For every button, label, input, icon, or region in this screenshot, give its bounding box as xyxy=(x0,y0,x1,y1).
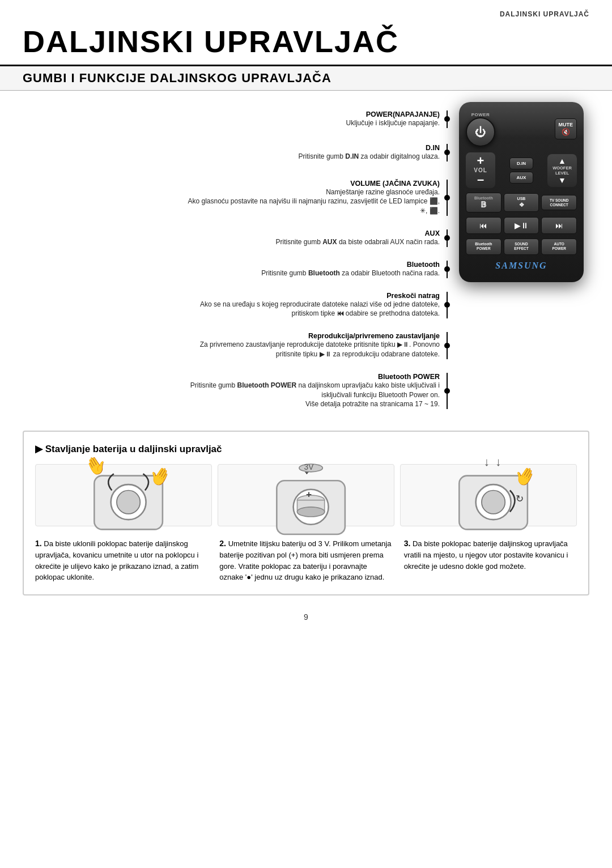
remote-row-1: POWER ⏻ MUTE 🔇 xyxy=(466,111,577,147)
labels-column: POWER(NAPAJANJE) Uključuje i isključuje … xyxy=(17,102,448,419)
mute-icon: 🔇 xyxy=(559,128,573,136)
usb-button[interactable]: USB ⎆ xyxy=(504,193,539,212)
samsung-logo: SAMSUNG xyxy=(466,261,577,271)
vol-minus-button[interactable]: – xyxy=(477,173,484,186)
remote-control: POWER ⏻ MUTE 🔇 + VOL – xyxy=(459,102,595,282)
svg-text:3V: 3V xyxy=(304,463,314,471)
power-icon: ⏻ xyxy=(475,126,486,139)
battery-svg-2: + ↓ 3V xyxy=(218,446,394,544)
sound-effect-label: SOUNDEFFECT xyxy=(505,242,538,252)
battery-illustrations: ✋ 🤚 + ↓ 3V xyxy=(35,464,577,526)
next-button[interactable]: ⏭ xyxy=(541,217,577,234)
battery-svg-1: ✋ 🤚 xyxy=(36,446,211,544)
svg-text:↓: ↓ xyxy=(483,455,489,468)
battery-illustration-1: ✋ 🤚 xyxy=(35,464,212,526)
din-button[interactable]: D.IN xyxy=(509,158,533,169)
mute-label: MUTE xyxy=(559,122,573,128)
prev-button[interactable]: ⏮ xyxy=(466,217,502,234)
remote-row-3: Bluetooth 𝔹 USB ⎆ TV SOUNDCONNECT xyxy=(466,193,577,212)
tv-sound-button[interactable]: TV SOUNDCONNECT xyxy=(541,195,577,211)
battery-illustration-2: + ↓ 3V xyxy=(218,464,394,526)
bt-power-label: BluetoothPOWER xyxy=(468,242,500,252)
svg-text:↻: ↻ xyxy=(516,493,524,504)
remote-body: POWER ⏻ MUTE 🔇 + VOL – xyxy=(459,102,584,282)
section-title: GUMBI I FUNKCIJE DALJINSKOG UPRAVLJAČA xyxy=(0,65,612,91)
page-title: DALJINSKI UPRAVLJAČ xyxy=(0,18,612,65)
woofer-label: WOOFERLEVEL xyxy=(552,165,572,176)
label-volume: VOLUME (JAČINA ZVUKA) Namještanje razine… xyxy=(17,180,448,216)
battery-steps: 1. Da biste uklonili poklopac baterije d… xyxy=(35,538,577,583)
battery-step-1: 1. Da biste uklonili poklopac baterije d… xyxy=(35,538,208,583)
label-bluetooth-power: Bluetooth POWER Pritisnite gumb Bluetoot… xyxy=(17,373,448,409)
usb-icon: ⎆ xyxy=(505,201,538,209)
battery-section: ▶ Stavljanje baterija u daljinski upravl… xyxy=(23,431,589,595)
vol-plus-button[interactable]: + xyxy=(477,155,484,167)
mute-button[interactable]: MUTE 🔇 xyxy=(555,118,577,139)
page-header: DALJINSKI UPRAVLJAČ xyxy=(0,0,612,18)
power-button[interactable]: ⏻ xyxy=(466,117,495,147)
remote-row-5: BluetoothPOWER SOUNDEFFECT AUTOPOWER xyxy=(466,239,577,255)
page-number: 9 xyxy=(0,607,612,627)
label-bluetooth: Bluetooth Pritisnite gumb Bluetooth za o… xyxy=(17,261,448,278)
bt-power-button[interactable]: BluetoothPOWER xyxy=(466,239,502,255)
battery-step-3: 3. Da biste poklopac baterije daljinskog… xyxy=(404,538,577,583)
remote-row-2: + VOL – D.IN AUX ▲ WOOFERLEVEL ▼ xyxy=(466,152,577,188)
label-aux: AUX Pritisnite gumb AUX da biste odabral… xyxy=(17,229,448,247)
remote-row-4: ⏮ ▶⏸ ⏭ xyxy=(466,217,577,234)
woofer-up-button[interactable]: ▲ xyxy=(558,156,566,165)
svg-point-16 xyxy=(482,491,505,514)
bluetooth-icon: 𝔹 xyxy=(468,200,500,209)
aux-button[interactable]: AUX xyxy=(509,172,533,184)
play-pause-button[interactable]: ▶⏸ xyxy=(504,217,539,234)
svg-text:+: + xyxy=(306,488,312,500)
label-reprodukcija: Reprodukcija/privremeno zaustavljanje Za… xyxy=(17,332,448,359)
label-din: D.IN Pritisnite gumb D.IN za odabir digi… xyxy=(17,144,448,161)
label-preskoci: Preskoči natrag Ako se na uređaju s koje… xyxy=(17,292,448,319)
tv-sound-label: TV SOUNDCONNECT xyxy=(543,198,575,207)
svg-point-9 xyxy=(298,507,325,517)
label-power: POWER(NAPAJANJE) Uključuje i isključuje … xyxy=(17,110,448,128)
power-group: POWER ⏻ xyxy=(466,111,495,147)
svg-text:↓: ↓ xyxy=(495,455,501,468)
main-content: POWER(NAPAJANJE) Uključuje i isključuje … xyxy=(0,102,612,419)
battery-illustration-3: 🤚 ↻ ↓ ↓ xyxy=(400,464,577,526)
sound-effect-button[interactable]: SOUNDEFFECT xyxy=(504,239,539,255)
battery-svg-3: 🤚 ↻ ↓ ↓ xyxy=(401,446,576,544)
svg-point-2 xyxy=(117,491,140,514)
power-label-text: POWER xyxy=(471,112,490,117)
woofer-control: ▲ WOOFERLEVEL ▼ xyxy=(547,154,577,187)
woofer-down-button[interactable]: ▼ xyxy=(558,176,566,185)
auto-power-button[interactable]: AUTOPOWER xyxy=(541,239,577,255)
bluetooth-button[interactable]: Bluetooth 𝔹 xyxy=(466,193,502,212)
battery-step-2: 2. Umetnite litijsku bateriju od 3 V. Pr… xyxy=(219,538,392,583)
volume-control: + VOL – xyxy=(466,152,495,188)
auto-power-label: AUTOPOWER xyxy=(543,242,575,252)
